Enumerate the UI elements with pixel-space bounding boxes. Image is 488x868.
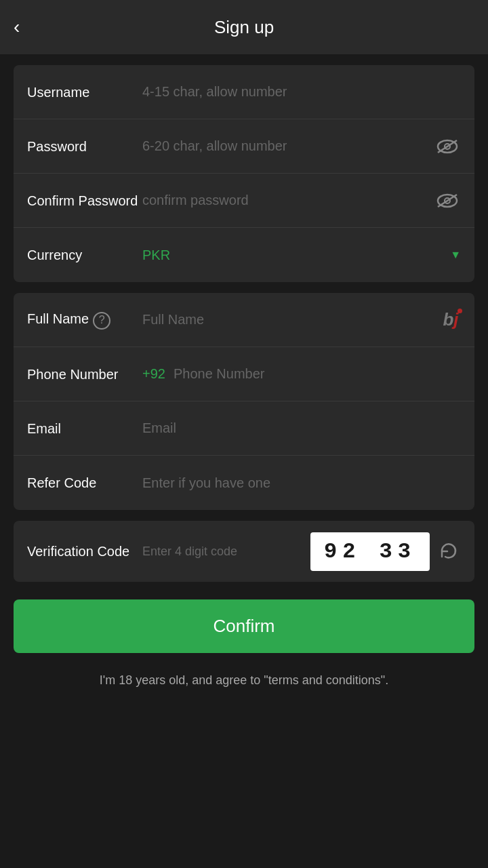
eye-slash-icon [436, 139, 458, 154]
captcha-image: 92 33 [310, 532, 430, 571]
email-input-area [142, 420, 461, 436]
email-label: Email [27, 420, 142, 437]
password-input-area [142, 138, 434, 154]
username-row: Username [14, 65, 474, 119]
fullname-row: Full Name? bj [14, 293, 474, 347]
verification-input[interactable] [142, 545, 304, 559]
fullname-info-icon[interactable]: ? [93, 312, 110, 330]
currency-dropdown-icon: ▼ [450, 249, 461, 261]
currency-value-area: PKR [142, 248, 450, 263]
currency-value: PKR [142, 248, 450, 263]
fullname-label: Full Name? [27, 310, 142, 329]
password-toggle-button[interactable] [434, 133, 461, 160]
username-input[interactable] [142, 84, 461, 100]
back-button[interactable]: ‹ [14, 16, 20, 38]
phone-input[interactable] [174, 366, 461, 382]
phone-prefix: +92 [142, 366, 165, 382]
verification-input-area [142, 545, 304, 559]
confirm-password-input[interactable] [142, 193, 434, 208]
header: ‹ Sign up [0, 0, 488, 54]
refer-code-row: Refer Code [14, 456, 474, 510]
refresh-captcha-button[interactable] [436, 539, 461, 564]
email-row: Email [14, 401, 474, 456]
confirm-password-input-area [142, 193, 434, 208]
email-input[interactable] [142, 420, 461, 436]
phone-row: Phone Number +92 [14, 347, 474, 401]
bj-logo-watermark: bj [434, 303, 468, 337]
phone-label: Phone Number [27, 366, 142, 383]
fullname-input[interactable] [142, 312, 461, 328]
currency-row[interactable]: Currency PKR ▼ [14, 228, 474, 282]
page-title: Sign up [214, 17, 274, 38]
currency-label: Currency [27, 246, 142, 264]
verification-section: Verification Code 92 33 [14, 521, 474, 582]
refer-code-label: Refer Code [27, 474, 142, 492]
password-row: Password [14, 119, 474, 174]
personal-section: Full Name? bj Phone Number +92 Email Ref… [14, 293, 474, 510]
password-label: Password [27, 138, 142, 155]
refer-code-input-area [142, 475, 461, 491]
phone-input-area: +92 [142, 366, 461, 382]
refresh-icon [439, 541, 459, 561]
confirm-password-toggle-button[interactable] [434, 187, 461, 214]
verification-row: Verification Code 92 33 [14, 521, 474, 582]
terms-text: I'm 18 years old, and agree to "terms an… [0, 660, 488, 701]
password-input[interactable] [142, 138, 434, 154]
confirm-password-row: Confirm Password [14, 174, 474, 228]
confirm-button[interactable]: Confirm [14, 599, 474, 653]
username-input-area [142, 84, 461, 100]
username-label: Username [27, 83, 142, 101]
confirm-password-label: Confirm Password [27, 192, 142, 210]
fullname-input-area [142, 312, 461, 328]
refer-code-input[interactable] [142, 475, 461, 491]
account-section: Username Password Confirm Password [14, 65, 474, 282]
verification-label: Verification Code [27, 542, 142, 560]
eye-slash-icon-2 [436, 193, 458, 208]
